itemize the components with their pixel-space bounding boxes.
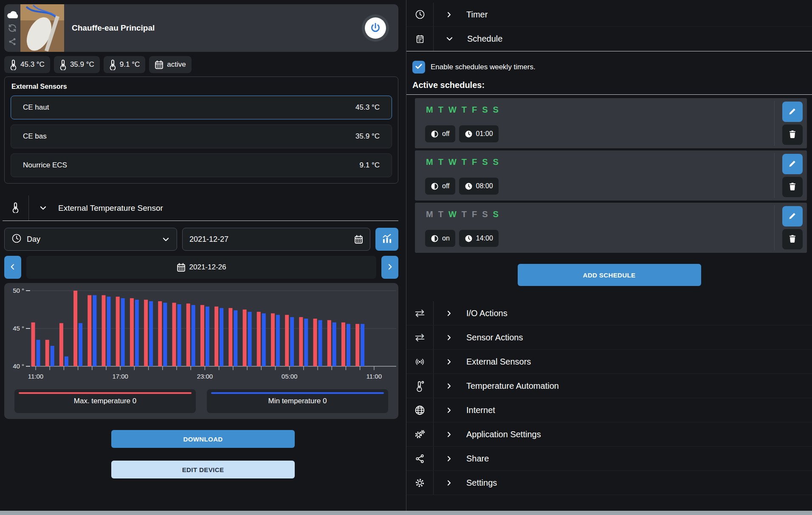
schedule-accordion[interactable]: Schedule [406, 27, 812, 51]
pencil-icon [788, 107, 797, 117]
menu-item-label: Sensor Actions [466, 333, 523, 342]
schedule-time-badge: 14:00 [459, 230, 499, 247]
day-letter: F [472, 157, 477, 167]
edit-device-button[interactable]: EDIT DEVICE [111, 461, 295, 478]
menu-item-share[interactable]: Share [406, 447, 812, 471]
chevron-right-icon [445, 358, 453, 365]
schedule-days: MTWTFSS [426, 157, 499, 167]
app-root: Chauffe-eau Principal 45.3 °C35.9 °C9.1 … [0, 0, 812, 511]
download-button[interactable]: DOWNLOAD [111, 430, 295, 448]
schedule-time-badge: 08:00 [459, 178, 499, 195]
day-letter: F [472, 105, 477, 115]
schedule-state-badge: off [425, 125, 455, 142]
calendar-icon [177, 263, 186, 272]
day-letter: T [438, 157, 443, 167]
prev-day-button[interactable] [4, 256, 21, 279]
day-letter: M [426, 209, 433, 219]
enable-schedules-row: Enable schedules weekly timers. [412, 61, 812, 74]
day-letter: M [426, 157, 433, 167]
chevron-right-icon [445, 431, 453, 438]
day-letter: W [448, 157, 457, 167]
timer-label: Timer [466, 10, 488, 20]
horizontal-scrollbar[interactable] [0, 511, 812, 515]
device-title: Chauffe-eau Principal [72, 23, 155, 33]
period-select[interactable]: Day [4, 228, 177, 251]
chevron-right-icon [445, 11, 453, 18]
section-title: External Temperature Sensor [58, 204, 163, 213]
toggle-icon [431, 235, 439, 243]
enable-schedules-checkbox[interactable] [412, 61, 425, 74]
chevron-down-icon[interactable] [39, 204, 47, 212]
external-sensors-heading: External Sensors [11, 83, 392, 91]
section-icon-gutter [3, 195, 29, 221]
chevron-right-icon [445, 334, 453, 341]
next-day-button[interactable] [381, 256, 398, 279]
schedule-list: MTWTFSSoff01:00MTWTFSSoff08:00MTWTFSSon1… [415, 98, 807, 253]
menu-item-io-actions[interactable]: I/O Actions [406, 301, 812, 325]
timer-icon-cell [406, 3, 434, 26]
chart-type-button[interactable] [375, 228, 398, 251]
clock-icon [11, 233, 22, 246]
chevron-right-icon [445, 382, 453, 390]
chart-icon [381, 233, 393, 246]
thermometer-icon [59, 59, 67, 70]
date-input[interactable]: 2021-12-27 [182, 228, 370, 251]
legend-item[interactable]: Min temperature 0 [207, 389, 388, 413]
status-badge: 35.9 °C [54, 56, 100, 73]
delete-schedule-button[interactable] [782, 177, 803, 197]
schedule-card: MTWTFSSoff01:00 [415, 98, 807, 148]
schedule-badges: on14:00 [425, 230, 499, 247]
share-icon[interactable] [8, 37, 17, 46]
menu-item-internet[interactable]: Internet [406, 398, 812, 422]
schedule-section-divider [406, 51, 812, 51]
io-arrows-icon [414, 308, 426, 318]
sync-icon[interactable] [8, 23, 17, 33]
status-badge-label: active [167, 60, 186, 69]
sensor-row[interactable]: CE bas35.9 °C [11, 125, 392, 148]
menu-icon-cell [406, 350, 434, 374]
menu-item-settings[interactable]: Settings [406, 471, 812, 495]
delete-schedule-button[interactable] [782, 229, 803, 249]
calendar-icon [354, 235, 363, 244]
globe-icon [414, 405, 425, 416]
sensor-row[interactable]: CE haut45.3 °C [11, 96, 392, 119]
menu-item-label: Application Settings [466, 430, 541, 439]
menu-item-sensor-actions[interactable]: Sensor Actions [406, 325, 812, 350]
schedule-state-label: on [442, 235, 450, 242]
legend-item[interactable]: Max. temperature 0 [14, 389, 196, 413]
schedule-card-divider [774, 153, 775, 198]
schedule-card: MTWTFSSon14:00 [415, 203, 807, 253]
menu-icon-cell [406, 398, 434, 422]
day-letter: T [462, 157, 467, 167]
svg-text:45 °: 45 ° [13, 325, 24, 332]
legend-label: Min temperature 0 [268, 397, 327, 405]
edit-schedule-button[interactable] [782, 206, 803, 226]
chart-controls: Day 2021-12-27 [4, 228, 398, 251]
temperature-chart-card: 40 °45 °50 °11:0017:0023:0005:0011:00 Ma… [4, 283, 398, 419]
add-schedule-button[interactable]: ADD SCHEDULE [518, 264, 701, 286]
date-input-value: 2021-12-27 [189, 235, 228, 244]
menu-item-label: I/O Actions [466, 308, 508, 318]
trash-icon [788, 182, 797, 192]
menu-item-external-sensors[interactable]: External Sensors [406, 350, 812, 374]
chevron-right-icon [445, 479, 453, 487]
edit-schedule-button[interactable] [782, 154, 803, 174]
schedule-card-controls [782, 206, 803, 249]
calendar-icon [415, 34, 425, 44]
menu-item-application-settings[interactable]: Application Settings [406, 422, 812, 447]
day-letter: M [426, 105, 433, 115]
sensor-section-header[interactable]: External Temperature Sensor [3, 195, 398, 221]
schedule-days: MTWTFSS [426, 209, 499, 219]
schedule-state-label: off [442, 182, 450, 190]
edit-schedule-button[interactable] [782, 102, 803, 122]
delete-schedule-button[interactable] [782, 125, 803, 145]
power-button[interactable] [362, 14, 389, 42]
sensor-name: CE bas [23, 132, 47, 141]
thermometer-icon [109, 59, 116, 70]
schedule-badges: off08:00 [425, 178, 499, 195]
temperature-bar-chart: 40 °45 °50 °11:0017:0023:0005:0011:00 [8, 286, 395, 386]
menu-item-label: Internet [466, 405, 495, 415]
timer-accordion[interactable]: Timer [406, 3, 812, 27]
sensor-row[interactable]: Nourrice ECS9.1 °C [11, 153, 392, 177]
menu-item-temperature-automation[interactable]: Temperature Automation [406, 374, 812, 398]
